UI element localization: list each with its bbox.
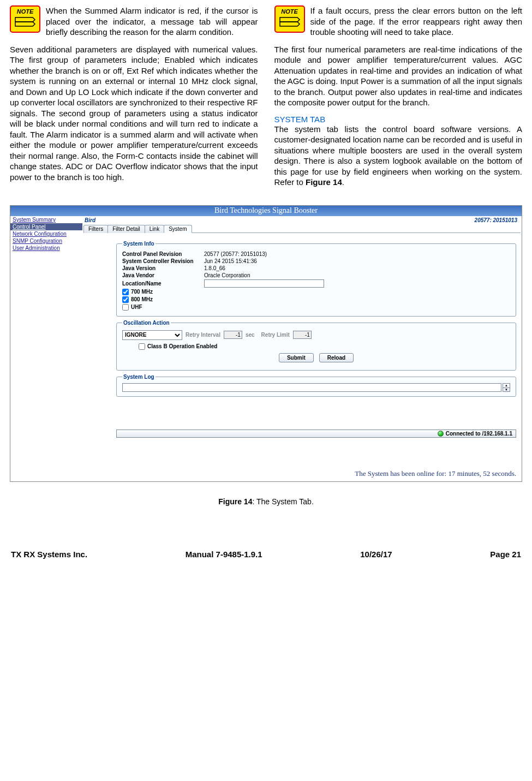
note-label: NOTE	[281, 8, 298, 15]
page-footer: TX RX Systems Inc. Manual 7-9485-1.9.1 1…	[10, 550, 522, 562]
pencil-icon	[279, 15, 301, 27]
system-info-fieldset: System Info Control Panel Revision20577 …	[116, 241, 516, 317]
text-columns: NOTE When the Summed Alarm indicator is …	[10, 5, 522, 194]
system-tab-heading: SYSTEM TAB	[274, 115, 523, 124]
app-main: Bird 20577: 20151013 FiltersFilter Detai…	[82, 216, 522, 467]
freq-check-row: UHF	[122, 304, 510, 311]
tab-link[interactable]: Link	[145, 225, 164, 233]
sidebar-item[interactable]: System Summary	[10, 216, 82, 223]
freq-check-row: 800 MHz	[122, 296, 510, 303]
right-paragraph-2: The system tab lists the control board s…	[274, 124, 523, 188]
tabs: FiltersFilter DetailLinkSystem	[83, 224, 521, 233]
note-icon: NOTE	[274, 5, 305, 33]
info-key: Java Version	[122, 265, 204, 271]
note-icon: NOTE	[10, 5, 40, 33]
freq-label: 800 MHz	[131, 296, 153, 302]
system-info-legend: System Info	[122, 241, 156, 247]
tab-filters[interactable]: Filters	[83, 225, 108, 233]
system-log-row: ▲ ▼	[122, 383, 510, 392]
submit-button[interactable]: Submit	[279, 353, 314, 362]
footer-manual: Manual 7-9485-1.9.1	[186, 550, 262, 559]
uptime-text: The System has been online for: 17 minut…	[10, 467, 522, 481]
oscillation-mode-select[interactable]: IGNORE	[122, 330, 182, 340]
footer-page: Page 21	[490, 550, 521, 559]
class-b-label: Class B Operation Enabled	[147, 343, 217, 349]
retry-limit-label: Retry Limit	[261, 332, 290, 338]
figure-ref: Figure 14	[306, 177, 342, 187]
info-value: Oracle Corporation	[204, 272, 510, 278]
info-row: Control Panel Revision20577 (20577: 2015…	[122, 251, 510, 257]
system-log-spinner[interactable]: ▲ ▼	[503, 383, 510, 392]
status-text: Connected to /192.168.1.1	[446, 431, 512, 437]
right-paragraph-1: The first four numerical parameters are …	[274, 44, 523, 108]
left-paragraph: Seven additional parameters are displaye…	[10, 44, 258, 183]
spinner-down-icon[interactable]: ▼	[503, 388, 510, 392]
oscillation-legend: Oscillation Action	[122, 320, 171, 326]
note-right-text: If a fault occurs, press the clear error…	[310, 5, 523, 38]
sidebar-item[interactable]: Network Configuration	[10, 230, 82, 237]
class-b-row: Class B Operation Enabled	[139, 343, 510, 350]
figure-caption: Figure 14: The System Tab.	[10, 497, 522, 506]
spinner-up-icon[interactable]: ▲	[503, 384, 510, 388]
pencil-icon	[14, 15, 36, 27]
sidebar-item[interactable]: User Administration	[10, 245, 82, 252]
class-b-checkbox[interactable]	[139, 343, 145, 350]
system-log-fieldset: System Log ▲ ▼	[116, 374, 516, 397]
info-value: 1.8.0_66	[204, 265, 510, 271]
sidebar-item[interactable]: Control Panel	[10, 223, 82, 230]
brand-row: Bird 20577: 20151013	[83, 217, 521, 224]
freq-check-row: 700 MHz	[122, 289, 510, 295]
tab-filter-detail[interactable]: Filter Detail	[107, 225, 145, 233]
brand-name: Bird	[85, 217, 95, 223]
oscillation-row: IGNORE Retry Interval sec Retry Limit	[122, 330, 510, 340]
info-row: System Controller RevisionJun 24 2015 15…	[122, 258, 510, 264]
location-input[interactable]	[204, 279, 324, 288]
info-row: Java Version1.8.0_66	[122, 265, 510, 271]
freq-label: UHF	[131, 304, 142, 310]
sidebar-item[interactable]: SNMP Configuration	[10, 237, 82, 245]
location-label: Location/Name	[122, 281, 204, 287]
retry-interval-input[interactable]	[224, 331, 242, 339]
figure-caption-text: : The System Tab.	[252, 497, 313, 506]
info-key: System Controller Revision	[122, 258, 204, 264]
oscillation-fieldset: Oscillation Action IGNORE Retry Interval…	[116, 320, 516, 371]
status-led-icon	[438, 431, 444, 437]
retry-interval-unit: sec	[246, 332, 255, 338]
info-value: Jun 24 2015 15:41:36	[204, 258, 510, 264]
note-label: NOTE	[17, 8, 34, 15]
info-key: Java Vendor	[122, 272, 204, 278]
system-log-legend: System Log	[122, 374, 156, 380]
freq-checkbox[interactable]	[122, 296, 129, 303]
app-sidebar: System SummaryControl PanelNetwork Confi…	[10, 216, 82, 467]
system-panel: System Info Control Panel Revision20577 …	[83, 233, 521, 467]
footer-date: 10/26/17	[360, 550, 392, 559]
freq-label: 700 MHz	[131, 289, 153, 295]
tab-system[interactable]: System	[164, 225, 192, 233]
location-row: Location/Name	[122, 279, 510, 288]
info-key: Control Panel Revision	[122, 251, 204, 257]
system-log-input[interactable]	[122, 383, 501, 392]
freq-checkbox[interactable]	[122, 289, 129, 295]
app-body: System SummaryControl PanelNetwork Confi…	[10, 216, 522, 467]
freq-checkbox[interactable]	[122, 304, 129, 311]
right-column: NOTE If a fault occurs, press the clear …	[274, 5, 523, 194]
figure-14: Bird Technologies Signal Booster System …	[10, 205, 522, 482]
reload-button[interactable]: Reload	[319, 353, 354, 362]
footer-company: TX RX Systems Inc.	[11, 550, 87, 559]
figure-caption-label: Figure 14	[218, 497, 252, 506]
app-title-bar: Bird Technologies Signal Booster	[10, 206, 522, 216]
left-column: NOTE When the Summed Alarm indicator is …	[10, 5, 258, 194]
button-row: Submit Reload	[122, 353, 510, 362]
status-bar: Connected to /192.168.1.1	[116, 430, 516, 438]
version-tag: 20577: 20151013	[475, 217, 517, 223]
note-left: NOTE When the Summed Alarm indicator is …	[10, 5, 258, 38]
info-row: Java VendorOracle Corporation	[122, 272, 510, 278]
retry-interval-label: Retry Interval	[186, 332, 220, 338]
info-value: 20577 (20577: 20151013)	[204, 251, 510, 257]
note-left-text: When the Summed Alarm indicator is red, …	[46, 5, 258, 38]
retry-limit-input[interactable]	[293, 331, 312, 339]
note-right: NOTE If a fault occurs, press the clear …	[274, 5, 523, 38]
